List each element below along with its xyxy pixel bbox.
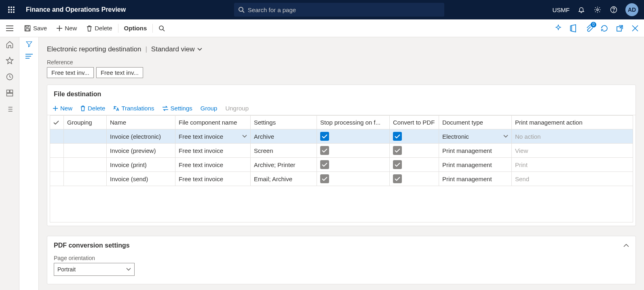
- cell-convert[interactable]: [390, 144, 439, 158]
- page-search-button[interactable]: [154, 19, 170, 37]
- app-launcher-icon[interactable]: [3, 2, 19, 18]
- copilot-icon[interactable]: [553, 23, 563, 33]
- checkbox[interactable]: [393, 160, 402, 169]
- legal-entity[interactable]: USMF: [553, 6, 570, 13]
- new-button[interactable]: New: [52, 19, 82, 37]
- cell-settings[interactable]: Archive; Printer: [251, 158, 317, 172]
- gear-icon[interactable]: [593, 5, 602, 14]
- col-settings[interactable]: Settings: [251, 116, 317, 129]
- pdf-conversion-panel: PDF conversion settings Page orientation…: [47, 236, 636, 284]
- view-selector[interactable]: Standard view: [151, 45, 202, 53]
- grid-ungroup-button: Ungroup: [225, 105, 249, 112]
- table-row[interactable]: Invoice (electronic)Free text invoiceArc…: [50, 129, 633, 144]
- grid-translations-button[interactable]: Translations: [113, 105, 154, 112]
- cell-file-component[interactable]: Free text invoice: [175, 144, 251, 158]
- col-select[interactable]: [50, 116, 64, 129]
- collapse-icon[interactable]: [623, 244, 629, 247]
- popout-icon[interactable]: [615, 23, 625, 33]
- svg-point-4: [11, 9, 12, 11]
- page-orientation-select[interactable]: Portrait: [54, 263, 135, 276]
- star-icon[interactable]: [5, 56, 15, 66]
- recent-icon[interactable]: [5, 72, 15, 82]
- col-pm-action[interactable]: Print management action: [512, 116, 633, 129]
- svg-point-1: [11, 6, 12, 8]
- file-destination-grid[interactable]: Grouping Name File component name Settin…: [50, 115, 633, 186]
- cell-name[interactable]: Invoice (electronic): [107, 129, 175, 144]
- cell-convert[interactable]: [390, 129, 439, 144]
- cell-file-component[interactable]: Free text invoice: [175, 172, 251, 186]
- related-info-icon[interactable]: [25, 53, 33, 59]
- grid-new-button[interactable]: New: [53, 105, 72, 112]
- nav-toggle-icon[interactable]: [0, 19, 19, 37]
- table-row[interactable]: Invoice (send)Free text invoiceEmail; Ar…: [50, 172, 633, 186]
- bell-icon[interactable]: [577, 5, 586, 14]
- checkbox[interactable]: [320, 132, 329, 141]
- cell-doc-type[interactable]: Print management: [439, 158, 512, 172]
- action-bar: Save New Delete Options 0: [0, 19, 644, 37]
- filter-rail: [19, 37, 39, 290]
- checkbox[interactable]: [320, 146, 329, 155]
- search-input[interactable]: [248, 6, 440, 13]
- col-convert-pdf[interactable]: Convert to PDF: [390, 116, 439, 129]
- checkbox[interactable]: [320, 160, 329, 169]
- checkbox[interactable]: [393, 132, 402, 141]
- help-icon[interactable]: [609, 5, 618, 14]
- cell-name[interactable]: Invoice (print): [107, 158, 175, 172]
- reference-value[interactable]: Free text inv...: [96, 67, 143, 78]
- options-button[interactable]: Options: [119, 19, 152, 37]
- chevron-down-icon[interactable]: [503, 135, 508, 138]
- col-document-type[interactable]: Document type: [439, 116, 512, 129]
- cell-settings[interactable]: Screen: [251, 144, 317, 158]
- cell-stop[interactable]: [317, 129, 390, 144]
- file-destination-panel: File destination New Delete Translations…: [47, 85, 636, 226]
- save-button[interactable]: Save: [19, 19, 52, 37]
- attachments-icon[interactable]: 0: [584, 23, 594, 33]
- cell-settings[interactable]: Archive: [251, 129, 317, 144]
- cell-doc-type[interactable]: Electronic: [439, 129, 512, 144]
- col-stop-processing[interactable]: Stop processing on f...: [317, 116, 390, 129]
- checkbox[interactable]: [393, 174, 402, 183]
- cell-convert[interactable]: [390, 158, 439, 172]
- cell-settings[interactable]: Email; Archive: [251, 172, 317, 186]
- funnel-icon[interactable]: [25, 40, 33, 48]
- page-orientation-label: Page orientation: [54, 255, 629, 261]
- checkbox[interactable]: [320, 174, 329, 183]
- cell-pm-action[interactable]: Print: [512, 158, 633, 172]
- avatar[interactable]: AD: [625, 3, 638, 16]
- cell-stop[interactable]: [317, 144, 390, 158]
- checkbox[interactable]: [393, 146, 402, 155]
- home-icon[interactable]: [5, 40, 15, 49]
- svg-point-5: [13, 9, 15, 11]
- cell-pm-action[interactable]: No action: [512, 129, 633, 144]
- modules-icon[interactable]: [5, 104, 15, 114]
- col-grouping[interactable]: Grouping: [64, 116, 107, 129]
- workspace-icon[interactable]: [5, 88, 15, 98]
- cell-stop[interactable]: [317, 158, 390, 172]
- cell-pm-action[interactable]: Send: [512, 172, 633, 186]
- col-file-component[interactable]: File component name: [175, 116, 251, 129]
- main-content: Electronic reporting destination | Stand…: [39, 37, 644, 290]
- cell-stop[interactable]: [317, 172, 390, 186]
- table-row[interactable]: Invoice (preview)Free text invoiceScreen…: [50, 144, 633, 158]
- cell-convert[interactable]: [390, 172, 439, 186]
- grid-settings-button[interactable]: Settings: [163, 105, 192, 112]
- office-icon[interactable]: [569, 23, 579, 33]
- grid-delete-button[interactable]: Delete: [80, 105, 105, 112]
- cell-name[interactable]: Invoice (preview): [107, 144, 175, 158]
- cell-doc-type[interactable]: Print management: [439, 172, 512, 186]
- col-name[interactable]: Name: [107, 116, 175, 129]
- chevron-down-icon[interactable]: [242, 135, 247, 138]
- reference-value[interactable]: Free text inv...: [47, 67, 94, 78]
- close-icon[interactable]: [630, 23, 640, 33]
- grid-group-button[interactable]: Group: [201, 105, 217, 112]
- cell-file-component[interactable]: Free text invoice: [175, 158, 251, 172]
- cell-file-component[interactable]: Free text invoice: [175, 129, 251, 144]
- refresh-icon[interactable]: [600, 23, 609, 33]
- cell-pm-action[interactable]: View: [512, 144, 633, 158]
- cell-doc-type[interactable]: Print management: [439, 144, 512, 158]
- global-search[interactable]: [234, 3, 444, 17]
- cell-name[interactable]: Invoice (send): [107, 172, 175, 186]
- attachment-count-badge: 0: [591, 22, 596, 28]
- table-row[interactable]: Invoice (print)Free text invoiceArchive;…: [50, 158, 633, 172]
- delete-button[interactable]: Delete: [82, 19, 117, 37]
